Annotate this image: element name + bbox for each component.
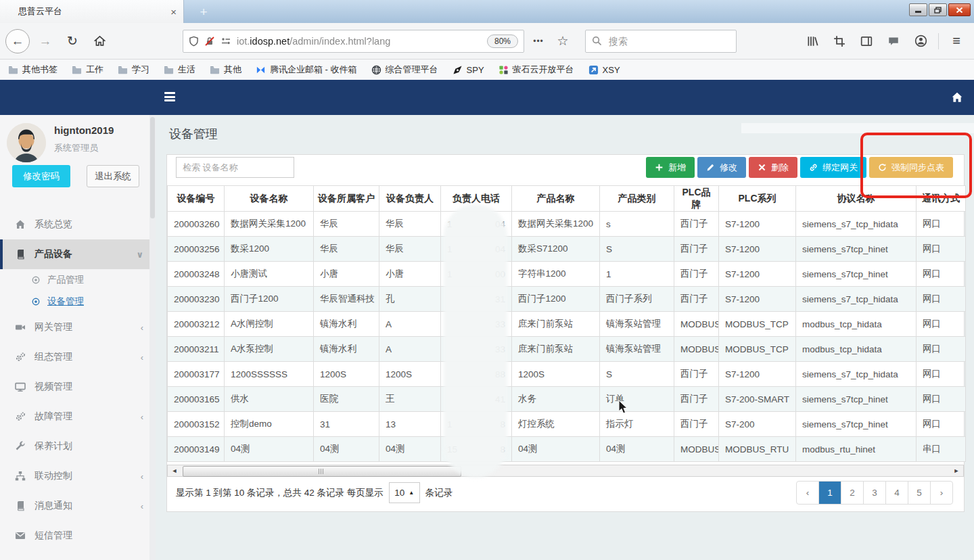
page-button[interactable]: 4 xyxy=(885,482,908,504)
table-row[interactable]: 200003260数据网关采集1200华辰华辰104数据网关采集1200s西门子… xyxy=(168,212,966,237)
sidebar-toggle-icon[interactable] xyxy=(854,30,879,53)
page-button[interactable]: 3 xyxy=(863,482,885,504)
summary-prefix: 显示第 1 到第 10 条记录，总共 42 条记录 每页显示 xyxy=(176,487,384,499)
sidebar-item[interactable]: 组态管理‹ xyxy=(0,342,156,372)
sidebar-menu: 系统总览产品设备∨产品管理设备管理网关管理‹组态管理‹视频管理故障管理‹保养计划… xyxy=(0,210,156,560)
table-row[interactable]: 200003248小唐测试小唐小唐100字符串12001西门子S7-1200si… xyxy=(168,262,966,287)
app-home-icon[interactable] xyxy=(951,91,963,106)
table-cell: siemens_s7tcp_hinet xyxy=(796,237,917,262)
device-search-input[interactable] xyxy=(176,157,294,178)
menu-icon[interactable]: ≡ xyxy=(944,30,969,53)
sidebar-item[interactable]: 房间管理 xyxy=(0,551,156,560)
sidebar-item[interactable]: 短信管理 xyxy=(0,521,156,551)
home-button[interactable] xyxy=(88,30,111,53)
zoom-level-badge[interactable]: 80% xyxy=(487,34,518,48)
screenshot-icon[interactable] xyxy=(827,30,852,53)
new-tab-button[interactable]: + xyxy=(193,3,214,21)
library-icon[interactable] xyxy=(800,30,825,53)
firefox-window: 思普云平台 × + ← → ↻ iot.idosp.net/admin/inde… xyxy=(0,0,974,560)
folder-icon xyxy=(118,65,128,75)
table-cell: 西门子 xyxy=(674,237,719,262)
hamburger-icon[interactable] xyxy=(164,92,175,101)
table-row[interactable]: 200003211A水泵控制镇海水利A33庶来门前泵站镇海泵站管理MODBUSM… xyxy=(168,337,966,362)
logout-button[interactable]: 退出系统 xyxy=(87,165,139,187)
bookmark-item[interactable]: SPY xyxy=(453,65,484,75)
table-cell: 西门子系列 xyxy=(600,287,674,312)
action-button[interactable]: 绑定网关 xyxy=(800,157,866,178)
page-button[interactable]: 2 xyxy=(841,482,863,504)
sidebar-item[interactable]: 故障管理‹ xyxy=(0,402,156,431)
bookmark-item[interactable]: 综合管理平台 xyxy=(371,64,438,76)
table-cell: 小唐 xyxy=(314,262,379,287)
table-cell: MODBUS xyxy=(674,337,719,362)
scroll-left-icon[interactable]: ◄ xyxy=(169,466,180,476)
page-button[interactable]: 1 xyxy=(818,482,841,504)
pager-prev-button[interactable]: ‹ xyxy=(797,482,818,504)
bookmark-item[interactable]: 生活 xyxy=(164,64,195,76)
action-button[interactable]: 删除 xyxy=(749,157,797,178)
sidebar-item[interactable]: 设备管理 xyxy=(0,291,156,312)
minimize-button[interactable] xyxy=(909,3,927,16)
sidebar-item[interactable]: 保养计划 xyxy=(0,431,156,461)
table-cell: 网口 xyxy=(917,387,966,412)
sidebar-item[interactable]: 网关管理‹ xyxy=(0,312,156,342)
page-size-select[interactable]: 10 ▲ xyxy=(389,482,420,503)
pocket-icon[interactable] xyxy=(881,30,906,53)
table-row[interactable]: 200003230西门子1200华辰智通科技孔31西门子1200西门子系列西门子… xyxy=(168,287,966,312)
sidebar-item[interactable]: 系统总览 xyxy=(0,210,156,239)
table-cell: 串口 xyxy=(917,437,966,462)
table-row[interactable]: 2000031771200SSSSSS1200S1200S881200SS西门子… xyxy=(168,362,966,387)
sidebar-item[interactable]: 产品设备∨ xyxy=(0,239,156,269)
sidebar-item-label: 设备管理 xyxy=(47,296,84,308)
scroll-right-icon[interactable]: ► xyxy=(951,466,962,476)
bookmark-star-icon[interactable]: ☆ xyxy=(553,33,573,49)
table-row[interactable]: 20000314904测04测04测15804测04测MODBUSMODBUS_… xyxy=(168,437,966,462)
table-cell: 200003256 xyxy=(168,237,225,262)
horizontal-scrollbar[interactable]: ◄ ► xyxy=(167,465,964,477)
bookmark-item[interactable]: 萤石云开放平台 xyxy=(498,64,574,76)
sidebar-item[interactable]: 产品管理 xyxy=(0,269,156,291)
sidebar-item[interactable]: 消息通知‹ xyxy=(0,491,156,521)
table-cell: S xyxy=(600,362,674,387)
sidebar-scrollbar[interactable] xyxy=(149,115,156,560)
page-button[interactable]: 5 xyxy=(908,482,930,504)
table-row[interactable]: 200003165供水医院王41水务订单西门子S7-200-SMARTsieme… xyxy=(168,387,966,412)
ys-icon xyxy=(498,65,509,75)
change-password-button[interactable]: 修改密码 xyxy=(12,165,70,187)
bookmark-item[interactable]: XSY xyxy=(588,65,620,75)
close-button[interactable] xyxy=(948,3,971,16)
bookmark-item[interactable]: 学习 xyxy=(118,64,149,76)
reload-button[interactable]: ↻ xyxy=(61,30,84,53)
scrollbar-thumb[interactable] xyxy=(183,466,461,477)
table-row[interactable]: 200003152控制demo311318灯控系统指示灯西门子S7-200sie… xyxy=(168,412,966,437)
sidebar-item[interactable]: 视频管理 xyxy=(0,372,156,402)
table-cell: 网口 xyxy=(917,362,966,387)
browser-search[interactable] xyxy=(585,30,737,53)
pencil-icon xyxy=(706,163,715,172)
account-icon[interactable] xyxy=(908,30,933,53)
bookmark-item[interactable]: 其他书签 xyxy=(8,64,57,76)
back-button[interactable]: ← xyxy=(5,29,30,53)
table-row[interactable]: 200003212A水闸控制镇海水利A33庶来门前泵站镇海泵站管理MODBUSM… xyxy=(168,312,966,337)
column-header: 设备编号 xyxy=(168,186,225,212)
action-button[interactable]: 修改 xyxy=(697,157,746,178)
action-button[interactable]: 新增 xyxy=(646,157,695,178)
bookmark-item[interactable]: 腾讯企业邮箱 - 收件箱 xyxy=(256,64,357,76)
sidebar-item[interactable]: 联动控制‹ xyxy=(0,461,156,491)
tab-close-icon[interactable]: × xyxy=(170,6,177,18)
bookmark-item[interactable]: 其他 xyxy=(210,64,241,76)
table-cell: s xyxy=(600,212,674,237)
page-actions-icon[interactable]: ••• xyxy=(528,37,549,46)
bookmark-label: 萤石云开放平台 xyxy=(513,64,574,76)
restore-button[interactable] xyxy=(929,3,947,16)
table-cell: 31 xyxy=(314,412,379,437)
browser-tab[interactable]: 思普云平台 × xyxy=(0,0,184,23)
folder-icon xyxy=(72,65,82,75)
bookmark-item[interactable]: 工作 xyxy=(72,64,103,76)
table-cell: MODBUS_TCP xyxy=(719,312,796,337)
url-bar[interactable]: iot.idosp.net/admin/index.html?lang 80% xyxy=(183,30,524,53)
pager-next-button[interactable]: › xyxy=(930,482,952,504)
forward-button[interactable]: → xyxy=(34,30,57,53)
table-row[interactable]: 200003256数采1200华辰华辰104数采S71200S西门子S7-120… xyxy=(168,237,966,262)
browser-search-input[interactable] xyxy=(607,35,733,47)
